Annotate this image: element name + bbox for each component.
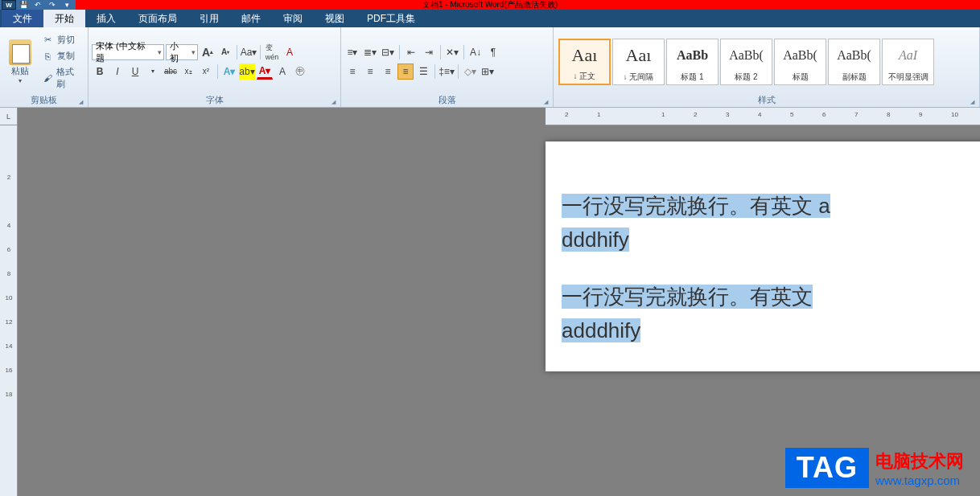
word-icon[interactable]: W — [2, 0, 16, 10]
tab-review[interactable]: 审阅 — [272, 10, 314, 27]
quick-access-toolbar: W 💾 ↶ ↷ ▾ — [0, 0, 76, 10]
selected-text-line1[interactable]: 一行没写完就换行。有英文 a — [562, 194, 830, 218]
italic-button[interactable]: I — [109, 64, 126, 80]
page: 一行没写完就换行。有英文 a dddhify 一行没写完就换行。有英文 addd… — [546, 141, 980, 371]
style-subtle-emphasis[interactable]: AaI不明显强调 — [882, 39, 934, 85]
brush-icon: 🖌 — [42, 72, 54, 84]
phonetic-button[interactable]: 变wén — [264, 44, 280, 60]
group-font: 宋体 (中文标题 小初 A▴ A▾ Aa▾ 变wén A B I U ▾ abc — [89, 27, 341, 107]
undo-icon[interactable]: ↶ — [31, 0, 45, 10]
show-marks-button[interactable]: ¶ — [485, 44, 501, 60]
tab-view[interactable]: 视图 — [314, 10, 356, 27]
style-no-spacing[interactable]: Aaı↓ 无间隔 — [612, 39, 665, 85]
tag-logo: TAG — [785, 448, 869, 488]
watermark-url: www.tagxp.com — [875, 473, 964, 487]
style-subtitle[interactable]: AaBb(副标题 — [828, 39, 880, 85]
clear-format-button[interactable]: A — [282, 44, 298, 60]
copy-button[interactable]: ⎘复制 — [39, 49, 84, 64]
qat-dropdown-icon[interactable]: ▾ — [60, 0, 74, 10]
paste-icon — [7, 39, 33, 65]
style-normal[interactable]: Aaı↓ 正文 — [558, 39, 611, 85]
document-area[interactable]: 一行没写完就换行。有英文 a dddhify 一行没写完就换行。有英文 addd… — [18, 125, 980, 496]
justify-button[interactable]: ≡ — [397, 64, 414, 80]
align-right-button[interactable]: ≡ — [380, 64, 396, 80]
enclose-button[interactable]: ㊥ — [292, 64, 308, 80]
horizontal-ruler-wrap: L 2 1 1 2 3 4 5 6 7 8 9 10 — [0, 108, 980, 125]
ribbon-tabs: 文件 开始 插入 页面布局 引用 邮件 审阅 视图 PDF工具集 — [0, 10, 980, 27]
char-shading-button[interactable]: A — [274, 64, 290, 80]
bullets-button[interactable]: ≡▾ — [344, 44, 360, 60]
title-bar: W 💾 ↶ ↷ ▾ 文档1 - Microsoft Word(产品激活失败) — [0, 0, 980, 10]
font-group-label: 字体 — [92, 94, 337, 107]
group-clipboard: 粘贴 ▾ ✂剪切 ⎘复制 🖌格式刷 剪贴板 — [0, 27, 89, 107]
style-gallery[interactable]: Aaı↓ 正文 Aaı↓ 无间隔 AaBb标题 1 AaBb(标题 2 AaBb… — [557, 37, 936, 87]
window-title: 文档1 - Microsoft Word(产品激活失败) — [422, 0, 558, 10]
watermark: TAG 电脑技术网 www.tagxp.com — [785, 448, 964, 488]
font-size-combo[interactable]: 小初 — [166, 44, 198, 60]
style-title[interactable]: AaBb(标题 — [774, 39, 826, 85]
styles-group-label: 样式 — [557, 94, 976, 107]
scissors-icon: ✂ — [42, 34, 55, 47]
copy-icon: ⎘ — [42, 50, 55, 63]
line-spacing-button[interactable]: ‡≡▾ — [439, 64, 455, 80]
tab-mailings[interactable]: 邮件 — [230, 10, 272, 27]
vertical-ruler[interactable]: 2 4 6 8 10 12 14 16 18 — [0, 125, 18, 496]
font-color-button[interactable]: A▾ — [257, 64, 273, 80]
style-heading2[interactable]: AaBb(标题 2 — [720, 39, 772, 85]
highlight-button[interactable]: ab▾ — [239, 64, 255, 80]
workspace: L 2 1 1 2 3 4 5 6 7 8 9 10 2 4 6 8 — [0, 108, 980, 496]
page-content[interactable]: 一行没写完就换行。有英文 a dddhify 一行没写完就换行。有英文 addd… — [546, 190, 980, 347]
watermark-title: 电脑技术网 — [875, 449, 964, 473]
text-effect-button[interactable]: A▾ — [221, 64, 237, 80]
tab-pdf[interactable]: PDF工具集 — [356, 10, 426, 27]
paragraph-group-label: 段落 — [344, 94, 550, 107]
tab-home[interactable]: 开始 — [43, 10, 85, 27]
file-tab[interactable]: 文件 — [2, 10, 43, 27]
sort-button[interactable]: A↓ — [467, 44, 484, 60]
ribbon: 粘贴 ▾ ✂剪切 ⎘复制 🖌格式刷 剪贴板 宋体 (中文标题 小初 A▴ A▾ … — [0, 27, 980, 108]
align-left-button[interactable]: ≡ — [344, 64, 360, 80]
underline-button[interactable]: U — [127, 64, 143, 80]
style-heading1[interactable]: AaBb标题 1 — [666, 39, 719, 85]
selected-text-line3[interactable]: 一行没写完就换行。有英文 — [562, 285, 813, 309]
grow-font-button[interactable]: A▴ — [200, 44, 216, 60]
tab-layout[interactable]: 页面布局 — [127, 10, 188, 27]
format-painter-button[interactable]: 🖌格式刷 — [39, 65, 84, 91]
change-case-button[interactable]: Aa▾ — [241, 44, 257, 60]
subscript-button[interactable]: x₂ — [180, 64, 196, 80]
group-paragraph: ≡▾ ≣▾ ⊟▾ ⇤ ⇥ ✕▾ A↓ ¶ ≡ ≡ ≡ ≡ — [341, 27, 554, 107]
redo-icon[interactable]: ↷ — [45, 0, 60, 10]
clipboard-group-label: 剪贴板 — [3, 94, 84, 107]
group-styles: Aaı↓ 正文 Aaı↓ 无间隔 AaBb标题 1 AaBb(标题 2 AaBb… — [554, 27, 980, 107]
distribute-button[interactable]: ☰ — [415, 64, 431, 80]
tab-insert[interactable]: 插入 — [85, 10, 127, 27]
selected-text-line4[interactable]: adddhify — [562, 318, 640, 342]
horizontal-ruler[interactable]: 2 1 1 2 3 4 5 6 7 8 9 10 — [18, 108, 980, 125]
paste-button[interactable]: 粘贴 ▾ — [3, 38, 38, 86]
shrink-font-button[interactable]: A▾ — [217, 44, 233, 60]
selected-text-line2[interactable]: dddhify — [562, 228, 629, 252]
save-icon[interactable]: 💾 — [16, 0, 31, 10]
numbering-button[interactable]: ≣▾ — [362, 44, 378, 60]
cut-button[interactable]: ✂剪切 — [39, 33, 84, 47]
bold-button[interactable]: B — [92, 64, 108, 80]
align-center-button[interactable]: ≡ — [362, 64, 378, 80]
font-name-combo[interactable]: 宋体 (中文标题 — [92, 44, 164, 60]
ruler-corner[interactable]: L — [0, 108, 18, 125]
paste-label: 粘贴 — [11, 65, 29, 77]
asian-layout-button[interactable]: ✕▾ — [444, 44, 460, 60]
tab-references[interactable]: 引用 — [188, 10, 230, 27]
indent-inc-button[interactable]: ⇥ — [421, 44, 437, 60]
indent-dec-button[interactable]: ⇤ — [403, 44, 419, 60]
superscript-button[interactable]: x² — [198, 64, 214, 80]
shading-button[interactable]: ◇▾ — [462, 64, 478, 80]
borders-button[interactable]: ⊞▾ — [480, 64, 496, 80]
multilevel-button[interactable]: ⊟▾ — [380, 44, 396, 60]
strike-button[interactable]: abc — [163, 64, 179, 80]
